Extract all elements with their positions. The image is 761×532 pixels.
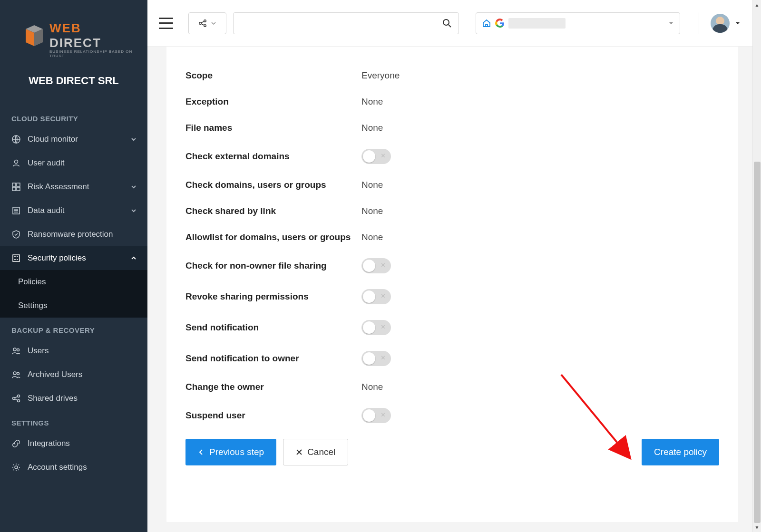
share-dropdown[interactable] xyxy=(188,12,226,34)
toggle-check-non-owner-sharing[interactable] xyxy=(361,258,391,273)
form-label: Send notification xyxy=(185,322,361,333)
sidebar: WEB DIRECT BUSINESS RELATIONSHIP BASED O… xyxy=(0,0,147,532)
scroll-down-button[interactable]: ▼ xyxy=(753,522,761,532)
toggle-send-notification[interactable] xyxy=(361,320,391,335)
sidebar-item-user-audit[interactable]: User audit xyxy=(0,151,147,175)
share-icon xyxy=(198,19,207,28)
sidebar-item-account-settings[interactable]: Account settings xyxy=(0,455,147,479)
address-dropdown[interactable] xyxy=(476,12,680,34)
button-label: Cancel xyxy=(307,447,335,457)
svg-point-19 xyxy=(17,349,20,351)
sidebar-item-security-policies[interactable]: Security policies xyxy=(0,246,147,270)
content-wrap: Scope Everyone Exception None File names… xyxy=(166,47,738,532)
svg-point-24 xyxy=(18,400,20,402)
search-icon[interactable] xyxy=(442,19,452,28)
form-label: Check shared by link xyxy=(185,206,361,216)
avatar xyxy=(711,14,730,33)
sidebar-item-archived-users[interactable]: Archived Users xyxy=(0,363,147,387)
org-name: WEB DIRECT SRL xyxy=(0,75,147,87)
form-row-suspend-user: Suspend user xyxy=(185,408,719,423)
svg-point-18 xyxy=(13,348,16,351)
toggle-suspend-user[interactable] xyxy=(361,408,391,423)
form-value: Everyone xyxy=(361,70,400,81)
form-row-check-domains-users-groups: Check domains, users or groups None xyxy=(185,180,719,190)
list-check-icon xyxy=(11,253,21,263)
search-box[interactable] xyxy=(233,12,459,34)
logo-mark-icon xyxy=(23,24,46,47)
topbar xyxy=(147,0,752,47)
svg-rect-8 xyxy=(17,187,20,191)
form-label: File names xyxy=(185,123,361,133)
form-row-allowlist: Allowlist for domains, users or groups N… xyxy=(185,232,719,242)
create-policy-button[interactable]: Create policy xyxy=(642,439,719,465)
form-row-send-notification: Send notification xyxy=(185,320,719,335)
form-label: Exception xyxy=(185,97,361,107)
section-header-settings: SETTINGS xyxy=(0,410,147,432)
cancel-button[interactable]: Cancel xyxy=(283,439,348,465)
google-icon xyxy=(495,19,505,28)
svg-point-29 xyxy=(204,19,206,21)
toggle-check-external-domains[interactable] xyxy=(361,149,391,164)
sidebar-item-cloud-monitor[interactable]: Cloud monitor xyxy=(0,127,147,151)
sidebar-item-shared-drives[interactable]: Shared drives xyxy=(0,387,147,410)
user-icon xyxy=(11,158,21,168)
previous-step-button[interactable]: Previous step xyxy=(185,439,276,465)
sidebar-subitem-label: Policies xyxy=(18,277,46,286)
scroll-thumb[interactable] xyxy=(754,162,761,523)
sidebar-subitem-policies[interactable]: Policies xyxy=(0,270,147,294)
logo-subtitle: BUSINESS RELATIONSHIP BASED ON TRUST xyxy=(49,49,133,58)
vertical-scrollbar[interactable]: ▲ ▼ xyxy=(752,0,761,532)
sidebar-item-label: Cloud monitor xyxy=(28,135,78,144)
form-label: Check domains, users or groups xyxy=(185,180,361,190)
form-label: Allowlist for domains, users or groups xyxy=(185,232,361,242)
hamburger-button[interactable] xyxy=(159,18,173,29)
form-label: Change the owner xyxy=(185,382,361,392)
form-label: Check for non-owner file sharing xyxy=(185,261,361,271)
share-icon xyxy=(11,394,21,403)
sidebar-item-ransomware-protection[interactable]: Ransomware protection xyxy=(0,222,147,246)
chevron-left-icon xyxy=(198,449,205,455)
scroll-up-button[interactable]: ▲ xyxy=(753,0,761,10)
sidebar-item-label: Integrations xyxy=(28,439,70,448)
svg-line-34 xyxy=(449,25,451,27)
toggle-send-notification-owner[interactable] xyxy=(361,351,391,366)
search-input[interactable] xyxy=(240,19,442,28)
toggle-revoke-sharing[interactable] xyxy=(361,289,391,304)
svg-rect-5 xyxy=(12,183,16,186)
user-menu[interactable] xyxy=(699,12,741,34)
svg-point-21 xyxy=(17,373,20,375)
form-value: None xyxy=(361,123,383,133)
form-row-scope: Scope Everyone xyxy=(185,70,719,81)
svg-point-4 xyxy=(15,160,18,164)
grid-icon xyxy=(11,182,21,192)
form-label: Send notification to owner xyxy=(185,353,361,364)
svg-point-28 xyxy=(199,22,201,24)
sidebar-item-data-audit[interactable]: Data audit xyxy=(0,199,147,222)
form-row-revoke-sharing: Revoke sharing permissions xyxy=(185,289,719,304)
form-label: Check external domains xyxy=(185,151,361,162)
gear-icon xyxy=(11,463,21,472)
shield-icon xyxy=(11,230,21,239)
sidebar-item-users[interactable]: Users xyxy=(0,339,147,363)
link-icon xyxy=(11,439,21,448)
form-row-send-notification-owner: Send notification to owner xyxy=(185,351,719,366)
form-row-check-shared-by-link: Check shared by link None xyxy=(185,206,719,216)
form-value: None xyxy=(361,382,383,392)
archive-users-icon xyxy=(11,370,21,379)
home-icon xyxy=(482,19,491,28)
chevron-up-icon xyxy=(130,255,137,261)
svg-line-25 xyxy=(15,397,18,398)
svg-line-26 xyxy=(15,399,18,400)
sidebar-item-integrations[interactable]: Integrations xyxy=(0,432,147,455)
chevron-down-icon xyxy=(130,136,137,143)
policy-card: Scope Everyone Exception None File names… xyxy=(166,47,738,522)
sidebar-item-label: Users xyxy=(28,346,49,356)
address-text-blurred xyxy=(508,18,566,29)
users-icon xyxy=(11,346,21,356)
sidebar-item-label: Data audit xyxy=(28,206,65,215)
svg-point-20 xyxy=(13,372,16,375)
form-value: None xyxy=(361,206,383,216)
sidebar-subitem-settings[interactable]: Settings xyxy=(0,294,147,318)
logo: WEB DIRECT BUSINESS RELATIONSHIP BASED O… xyxy=(0,0,147,65)
sidebar-item-risk-assessment[interactable]: Risk Assessment xyxy=(0,175,147,199)
